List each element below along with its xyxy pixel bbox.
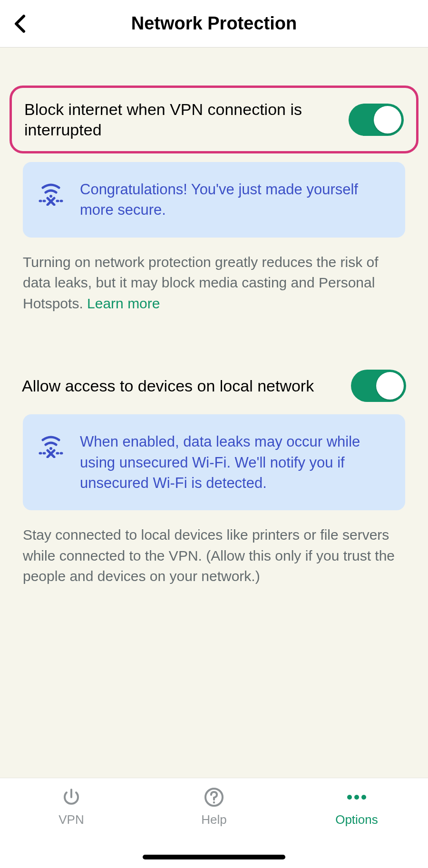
local-network-setting: Allow access to devices on local network <box>10 366 418 406</box>
svg-point-0 <box>49 195 52 198</box>
learn-more-link[interactable]: Learn more <box>87 296 160 311</box>
svg-point-5 <box>354 795 359 800</box>
header: Network Protection <box>0 0 428 48</box>
svg-point-4 <box>347 795 352 800</box>
home-indicator[interactable] <box>143 855 285 859</box>
more-horizontal-icon <box>344 787 370 808</box>
content: Block internet when VPN connection is in… <box>0 48 428 587</box>
network-shield-icon <box>38 182 64 206</box>
back-button[interactable] <box>10 13 30 34</box>
tab-help-label: Help <box>201 812 226 827</box>
help-icon <box>204 787 224 808</box>
tab-vpn[interactable]: VPN <box>0 787 143 868</box>
block-internet-toggle[interactable] <box>349 104 404 136</box>
toggle-knob <box>374 106 401 134</box>
local-network-info-text: When enabled, data leaks may occur while… <box>80 431 388 493</box>
svg-point-3 <box>213 801 215 803</box>
block-internet-info: Congratulations! You've just made yourse… <box>23 162 405 238</box>
tab-options-label: Options <box>335 812 378 827</box>
power-icon <box>61 787 82 808</box>
tab-options[interactable]: Options <box>285 787 428 868</box>
local-network-toggle[interactable] <box>351 370 406 402</box>
page-title: Network Protection <box>0 13 428 34</box>
chevron-left-icon <box>13 14 27 33</box>
block-internet-desc-text: Turning on network protection greatly re… <box>23 254 379 311</box>
block-internet-desc: Turning on network protection greatly re… <box>23 252 405 314</box>
svg-point-1 <box>49 447 52 450</box>
local-network-label: Allow access to devices on local network <box>22 376 341 396</box>
block-internet-setting: Block internet when VPN connection is in… <box>10 86 418 153</box>
local-network-info: When enabled, data leaks may occur while… <box>23 414 405 510</box>
tab-vpn-label: VPN <box>58 812 84 827</box>
toggle-knob <box>376 372 404 400</box>
block-internet-label: Block internet when VPN connection is in… <box>24 99 339 140</box>
block-internet-info-text: Congratulations! You've just made yourse… <box>80 179 388 220</box>
svg-point-6 <box>361 795 366 800</box>
local-network-desc: Stay connected to local devices like pri… <box>23 525 405 587</box>
network-shield-icon <box>38 434 64 458</box>
